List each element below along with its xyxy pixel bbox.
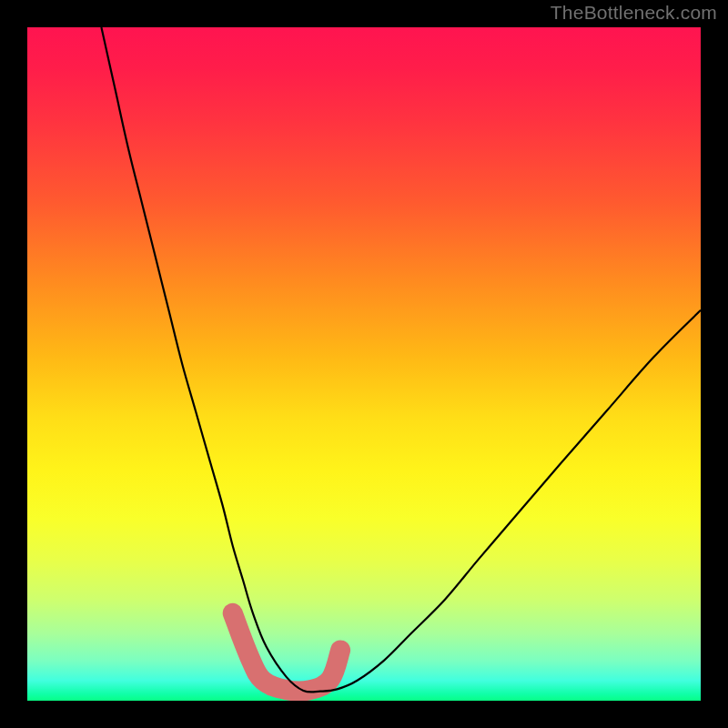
plot-area [27,27,701,701]
chart-frame: TheBottleneck.com [0,0,728,728]
curve-layer [27,27,701,701]
watermark-text: TheBottleneck.com [551,2,717,24]
highlight-band [233,613,340,692]
bottleneck-curve [101,27,701,692]
